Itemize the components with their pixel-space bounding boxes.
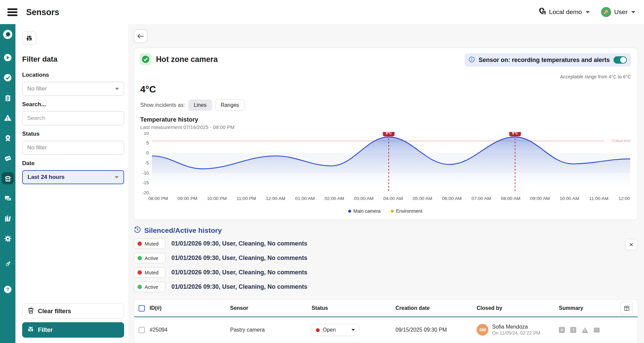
incidents-mode-label: Show incidents as: xyxy=(140,102,185,108)
sidebar-item-alerts[interactable] xyxy=(2,112,14,124)
sidebar-item-help[interactable]: ? xyxy=(2,283,14,295)
cell-creation-date: 09/15/2025 09:30 PM xyxy=(395,327,477,333)
incidents-table: ID(#) Sensor Status Creation date Closed… xyxy=(134,299,638,343)
sensor-on-toggle[interactable] xyxy=(613,56,627,64)
sidebar-item-library[interactable] xyxy=(2,212,14,224)
history-entry-text: 01/01/2026 09:30, User, Cleaning, No com… xyxy=(171,240,307,247)
status-dropdown[interactable]: Open xyxy=(312,324,359,336)
silenced-history-section: Silenced/Active history Muted 01/01/2026… xyxy=(134,226,638,292)
sidebar-item-sensors[interactable] xyxy=(2,172,14,184)
svg-text:10:00 PM: 10:00 PM xyxy=(207,196,227,201)
cell-closed-by: SM Sofia MendozaOn 11/05/24, 02:22 PM xyxy=(477,324,559,336)
history-title: Silenced/Active history xyxy=(144,226,222,234)
search-label: Search... xyxy=(22,101,124,108)
location-pin-icon xyxy=(539,7,546,17)
current-temperature: 4°C xyxy=(140,84,631,95)
mode-lines-button[interactable]: Lines xyxy=(188,99,212,111)
status-pill-active: Active xyxy=(134,253,165,263)
open-status-dot xyxy=(316,328,320,332)
status-pill-muted: Muted xyxy=(134,238,165,249)
error-square-icon: × xyxy=(559,327,565,333)
clear-filters-button[interactable]: Clear filters xyxy=(22,303,124,319)
svg-text:03:00 AM: 03:00 AM xyxy=(354,196,373,201)
legend-dot-blue xyxy=(348,210,351,213)
sidebar-item-checks[interactable] xyxy=(2,72,14,84)
back-button[interactable] xyxy=(134,29,147,43)
clock-history-icon xyxy=(134,226,141,234)
svg-text:5: 5 xyxy=(146,140,149,145)
chevron-down-icon xyxy=(631,11,635,13)
history-entry: Active 01/01/2026 09:30, User, Cleaning,… xyxy=(134,253,638,263)
sidebar-item-awards[interactable] xyxy=(2,132,14,144)
closed-by-date: On 11/05/24, 02:22 PM xyxy=(492,330,546,336)
sensor-toggle-bar: Sensor on: recording temperatures and al… xyxy=(465,53,631,67)
svg-text:-10: -10 xyxy=(142,170,149,176)
chart-subtitle: Last measurement 07/16/2025 - 08:00 PM xyxy=(140,124,631,130)
col-closed-by: Closed by xyxy=(477,305,559,311)
history-entry: Muted 01/01/2026 09:30, User, Cleaning, … xyxy=(134,267,638,278)
sidebar-item-launch[interactable] xyxy=(2,258,14,270)
muted-dot xyxy=(138,270,142,275)
history-entry-text: 01/01/2026 09:30, User, Cleaning, No com… xyxy=(171,269,307,276)
legend-main-camera[interactable]: Main camera xyxy=(348,208,381,214)
summary-errors: × xyxy=(559,327,566,333)
close-history-button[interactable]: × xyxy=(625,239,637,250)
sidebar-item-messages[interactable] xyxy=(2,192,14,204)
page-title: Sensors xyxy=(26,7,59,17)
status-select[interactable]: No filter xyxy=(22,141,124,155)
summary-comments: ··· xyxy=(594,328,601,333)
sensor-ok-icon xyxy=(140,53,152,65)
apply-filter-label: Filter xyxy=(38,327,53,334)
status-label: Status xyxy=(22,131,124,137)
date-select[interactable]: Last 24 hours xyxy=(22,170,124,184)
sidebar-item-tasks[interactable] xyxy=(2,92,14,104)
sidebar-item-play[interactable] xyxy=(2,52,14,64)
sidebar-item-settings[interactable] xyxy=(2,232,14,245)
svg-text:-15: -15 xyxy=(142,180,149,185)
date-value: Last 24 hours xyxy=(28,174,65,181)
topbar: Sensors Local demo User xyxy=(0,0,644,24)
cell-sensor: Pastry camera xyxy=(230,327,312,333)
table-row: #25094 Pastry camera Open 09/15/2025 09:… xyxy=(134,317,638,343)
location-switcher[interactable]: Local demo xyxy=(539,7,590,17)
select-all-checkbox[interactable] xyxy=(139,305,145,312)
svg-text:08:00 AM: 08:00 AM xyxy=(501,196,520,201)
apply-filter-button[interactable]: Filter xyxy=(22,322,124,338)
row-checkbox[interactable] xyxy=(139,327,145,333)
svg-text:12:00 AM: 12:00 AM xyxy=(619,196,631,201)
cell-summary: × ! ··· xyxy=(559,327,620,333)
location-label: Local demo xyxy=(549,8,582,16)
logo-mascot-icon[interactable] xyxy=(2,28,13,40)
chevron-down-icon xyxy=(115,176,119,179)
info-icon xyxy=(469,56,475,64)
search-input[interactable] xyxy=(22,111,124,125)
svg-text:0: 0 xyxy=(146,150,149,155)
cell-id: #25094 xyxy=(150,327,230,333)
svg-text:05:00 AM: 05:00 AM xyxy=(413,196,432,201)
history-entry: Active 01/01/2026 09:30, User, Cleaning,… xyxy=(134,282,638,292)
date-label: Date xyxy=(22,160,124,167)
svg-text:-5: -5 xyxy=(145,160,149,165)
locations-label: Locations xyxy=(22,72,124,78)
svg-text:12:00 AM: 12:00 AM xyxy=(266,196,285,201)
svg-text:02:00 AM: 02:00 AM xyxy=(325,196,344,201)
warning-square-icon: ! xyxy=(570,327,576,333)
mode-ranges-button[interactable]: Ranges xyxy=(215,99,245,111)
user-menu[interactable]: User xyxy=(601,7,635,17)
filter-settings-button[interactable] xyxy=(22,31,36,45)
user-avatar xyxy=(601,7,611,17)
summary-warnings: ! xyxy=(570,327,577,333)
legend-environment[interactable]: Environment xyxy=(391,208,423,214)
col-status: Status xyxy=(312,305,395,311)
svg-text:8°C: 8°C xyxy=(386,132,392,135)
chevron-down-icon xyxy=(352,329,355,331)
table-header-row: ID(#) Sensor Status Creation date Closed… xyxy=(134,300,638,317)
status-pill-muted: Muted xyxy=(134,267,165,278)
hamburger-menu-icon[interactable] xyxy=(7,8,17,16)
svg-text:06:00 AM: 06:00 AM xyxy=(442,196,462,201)
sidebar-item-tickets[interactable] xyxy=(2,152,14,164)
columns-settings-button[interactable] xyxy=(620,302,633,315)
avatar: SM xyxy=(477,324,488,336)
chevron-down-icon xyxy=(115,88,119,90)
locations-select[interactable]: No filter xyxy=(22,82,124,96)
